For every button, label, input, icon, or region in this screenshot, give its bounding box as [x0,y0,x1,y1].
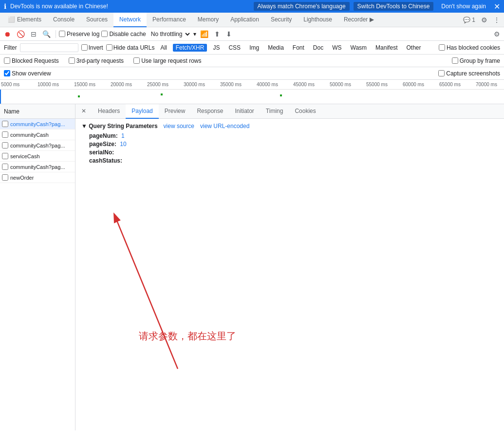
tab-security[interactable]: Security [265,13,298,27]
more-options-button[interactable]: ⋮ [491,14,502,26]
request-check-1[interactable] [2,121,8,127]
export-har-button[interactable]: ⬇ [224,29,234,39]
invert-checkbox[interactable]: Invert [81,44,103,51]
invert-label: Invert [89,44,103,51]
info-bar: ℹ DevTools is now available in Chinese! … [0,0,504,13]
tab-console[interactable]: Console [47,13,80,27]
always-match-language-button[interactable]: Always match Chrome's language [254,2,350,11]
tab-timing[interactable]: Timing [260,104,289,119]
capture-screenshots-checkbox[interactable]: Capture screenshots [438,70,500,77]
request-check-6[interactable] [2,174,8,181]
preserve-log-input[interactable] [59,31,65,37]
network-toolbar: ⏺ 🚫 ⊟ 🔍 Preserve log Disable cache No th… [0,27,504,41]
hide-data-urls-input[interactable] [106,44,112,51]
filter-type-js[interactable]: JS [210,44,223,52]
timeline-graph[interactable] [0,90,504,104]
tab-initiator[interactable]: Initiator [229,104,260,119]
filter-type-fetchxhr[interactable]: Fetch/XHR [173,44,207,52]
dismiss-button[interactable]: Don't show again [437,2,490,11]
settings-gear-button[interactable]: ⚙ [492,29,502,39]
disable-cache-checkbox[interactable]: Disable cache [101,31,146,37]
request-check-2[interactable] [2,131,8,138]
param-row-3: serialNo: [89,149,498,156]
close-panel-button[interactable]: ✕ [75,104,92,119]
show-overview-label: Show overview [12,70,51,77]
filter-icon-button[interactable]: ⊟ [29,29,38,39]
request-item-1[interactable]: communityCash?pag... [0,119,75,130]
request-item-name-3: communityCash?pag... [10,143,65,148]
payload-section-header: ▼ Query String Parameters view source vi… [81,123,498,130]
third-party-input[interactable] [69,57,75,64]
request-item-name-6: newOrder [10,175,34,181]
has-blocked-input[interactable] [439,44,445,51]
large-rows-checkbox[interactable]: Use large request rows [133,57,201,64]
main-content: Name communityCash?pag... communityCash … [0,104,504,430]
group-by-frame-checkbox[interactable]: Group by frame [452,57,500,64]
tab-response[interactable]: Response [191,104,229,119]
request-item-4[interactable]: serviceCash [0,151,75,162]
wifi-icon-button[interactable]: 📶 [198,29,210,39]
filter-type-ws[interactable]: WS [329,44,344,52]
tab-headers[interactable]: Headers [92,104,126,119]
throttle-select[interactable]: No throttling [148,30,191,38]
blocked-requests-checkbox[interactable]: Blocked Requests [4,57,59,64]
tab-recorder[interactable]: Recorder ▶ [338,13,380,27]
request-item-name-4: serviceCash [10,153,40,159]
switch-to-chinese-button[interactable]: Switch DevTools to Chinese [354,2,434,11]
tab-network[interactable]: Network [113,13,147,27]
filter-type-other[interactable]: Other [403,44,424,52]
tab-preview[interactable]: Preview [159,104,191,119]
tab-memory[interactable]: Memory [192,13,224,27]
filter-input[interactable] [20,43,78,52]
show-overview-input[interactable] [4,70,10,76]
filter-type-doc[interactable]: Doc [310,44,326,52]
group-by-frame-input[interactable] [452,57,458,64]
filter-type-css[interactable]: CSS [225,44,243,52]
disable-cache-input[interactable] [101,31,108,37]
search-button[interactable]: 🔍 [40,29,53,39]
timeline-dot-3 [280,94,282,96]
timeline-area: 5000 ms 10000 ms 15000 ms 20000 ms 25000… [0,80,504,104]
filter-type-manifest[interactable]: Manifest [373,44,400,52]
close-infobar-button[interactable]: ✕ [494,2,500,11]
blocked-requests-input[interactable] [4,57,10,64]
request-check-3[interactable] [2,142,8,148]
timeline-label-2: 10000 ms [37,82,73,87]
capture-screenshots-label: Capture screenshots [446,70,500,77]
tab-cookies[interactable]: Cookies [289,104,321,119]
request-item-6[interactable]: newOrder [0,172,75,183]
filter-type-all[interactable]: All [157,44,169,52]
chat-icon-button[interactable]: 💬 1 [461,15,477,25]
import-har-button[interactable]: ⬆ [212,29,222,39]
filter-type-font[interactable]: Font [290,44,307,52]
third-party-checkbox[interactable]: 3rd-party requests [69,57,124,64]
clear-button[interactable]: 🚫 [15,29,27,39]
tab-sources[interactable]: Sources [80,13,113,27]
tab-performance[interactable]: Performance [147,13,192,27]
tab-lighthouse[interactable]: Lighthouse [298,13,338,27]
request-check-4[interactable] [2,153,8,159]
record-button[interactable]: ⏺ [2,29,13,39]
tab-console-label: Console [53,16,75,23]
right-panel: ✕ Headers Payload Preview Response Initi… [75,104,504,430]
request-check-5[interactable] [2,164,8,170]
show-overview-checkbox[interactable]: Show overview [4,70,51,77]
hide-data-urls-checkbox[interactable]: Hide data URLs [106,44,155,51]
filter-type-media[interactable]: Media [265,44,287,52]
tab-payload[interactable]: Payload [126,104,158,119]
has-blocked-label: Has blocked cookies [447,44,500,51]
tab-application[interactable]: Application [224,13,265,27]
filter-type-img[interactable]: Img [246,44,262,52]
filter-type-wasm[interactable]: Wasm [348,44,370,52]
invert-input[interactable] [81,44,88,51]
tab-elements[interactable]: ⬜ Elements [2,13,47,27]
request-item-2[interactable]: communityCash [0,130,75,140]
view-source-link[interactable]: view source [164,123,194,130]
settings-icon-button[interactable]: ⚙ [479,14,489,26]
large-rows-input[interactable] [133,57,140,64]
view-url-encoded-link[interactable]: view URL-encoded [200,123,249,130]
preserve-log-checkbox[interactable]: Preserve log [59,31,99,37]
capture-screenshots-input[interactable] [438,70,445,76]
request-item-3[interactable]: communityCash?pag... [0,140,75,151]
request-item-5[interactable]: communityCash?pag... [0,162,75,172]
